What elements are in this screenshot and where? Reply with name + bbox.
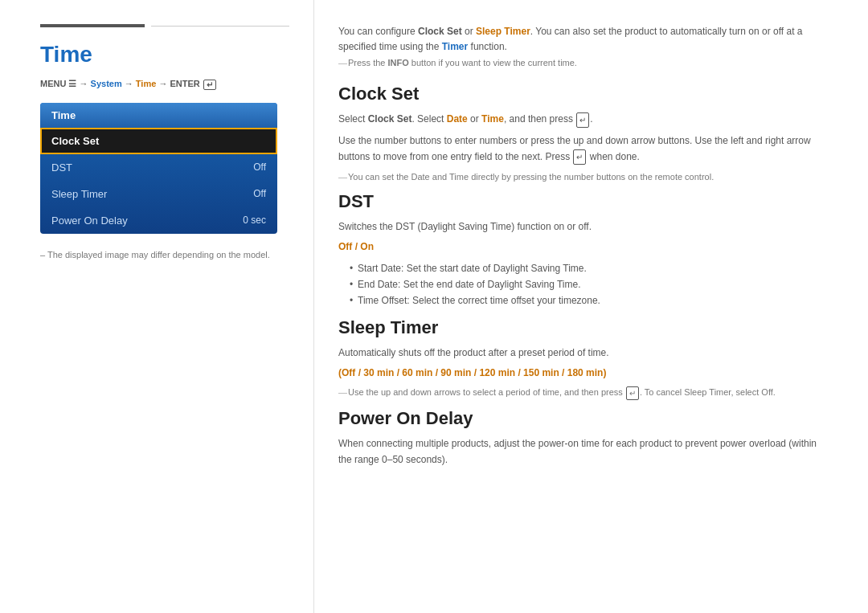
power-on-delay-body: When connecting multiple products, adjus… [338,435,828,468]
menu-item-power-on-delay[interactable]: Power On Delay 0 sec [40,207,277,234]
intro-text: You can configure Clock Set or Sleep Tim… [338,24,828,55]
menu-item-power-on-delay-label: Power On Delay [51,215,128,227]
menu-item-clock-set-label: Clock Set [51,135,99,147]
intro-note: Press the INFO button if you want to vie… [338,58,828,67]
sleep-timer-body: Automatically shuts off the product afte… [338,345,828,361]
menu-item-sleep-timer-value: Off [253,188,266,199]
menu-item-power-on-delay-value: 0 sec [243,215,266,226]
menu-item-dst-value: Off [253,161,266,173]
dst-bullet-start-date: Start Date: Set the start date of Daylig… [350,260,828,276]
dst-bullets: Start Date: Set the start date of Daylig… [338,260,828,309]
section-title-power-on-delay: Power On Delay [338,408,828,429]
dst-body: Switches the DST (Daylight Saving Time) … [338,219,828,235]
breadcrumb-arrow1: → [80,79,91,88]
dst-bullet-end-date: End Date: Set the end date of Daylight S… [350,276,828,292]
right-panel: You can configure Clock Set or Sleep Tim… [313,0,868,613]
breadcrumb-arrow3: → [158,79,170,88]
menu-item-clock-set[interactable]: Clock Set [40,128,277,154]
breadcrumb-system: System [91,79,122,88]
menu-item-sleep-timer-label: Sleep Timer [51,188,107,200]
sleep-timer-options: (Off / 30 min / 60 min / 90 min / 120 mi… [338,366,828,381]
section-title-clock-set: Clock Set [338,84,828,104]
left-panel: Time MENU ☰ → System → Time → ENTER ↵ Ti… [0,0,313,613]
clock-set-body2: Use the number buttons to enter numbers … [338,133,828,166]
breadcrumb: MENU ☰ → System → Time → ENTER ↵ [40,79,289,90]
section-title-sleep-timer: Sleep Timer [338,317,828,338]
rule-light [151,26,289,27]
clock-set-note: You can set the Date and Time directly b… [338,170,828,184]
menu-item-dst[interactable]: DST Off [40,154,277,181]
section-title-dst: DST [338,191,828,212]
breadcrumb-time: Time [136,79,156,88]
clock-set-body1: Select Clock Set. Select Date or Time, a… [338,111,828,127]
dst-options: Off / On [338,239,828,255]
breadcrumb-menu: MENU ☰ [40,79,76,88]
menu-item-dst-label: DST [51,161,72,174]
top-rule [40,24,289,27]
rule-dark [40,24,145,27]
disclaimer: The displayed image may differ depending… [40,250,289,260]
sleep-timer-note: Use the up and down arrows to select a p… [338,386,828,400]
breadcrumb-enter: ENTER ↵ [170,79,216,88]
page-title: Time [40,42,289,67]
menu-header: Time [40,103,277,128]
dst-bullet-time-offset: Time Offset: Select the correct time off… [350,292,828,309]
menu-item-sleep-timer[interactable]: Sleep Timer Off [40,181,277,207]
menu-box: Time Clock Set DST Off Sleep Timer Off P… [40,103,277,234]
breadcrumb-arrow2: → [125,79,136,88]
